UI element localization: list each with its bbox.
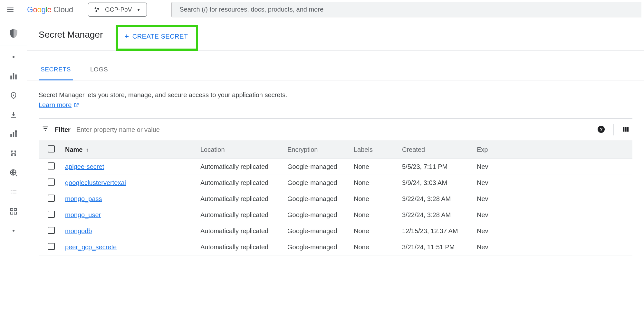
cell-expiration: Nev [474, 159, 632, 175]
top-bar: Google Cloud GCP-PoV ▼ [0, 0, 644, 19]
rail-separator [0, 45, 27, 45]
svg-rect-28 [623, 127, 625, 132]
hamburger-menu-icon[interactable] [3, 2, 18, 17]
search-input[interactable] [179, 6, 634, 13]
cell-created: 3/21/24, 11:51 PM [399, 239, 474, 255]
help-icon[interactable]: ? [597, 125, 605, 134]
row-checkbox[interactable] [48, 227, 55, 234]
col-location[interactable]: Location [197, 141, 284, 159]
svg-rect-20 [11, 194, 12, 194]
cell-labels: None [351, 239, 399, 255]
svg-rect-13 [11, 154, 13, 156]
cell-encryption: Google-managed [284, 223, 351, 239]
col-name[interactable]: Name↑ [62, 141, 197, 159]
col-labels[interactable]: Labels [351, 141, 399, 159]
svg-point-10 [15, 130, 17, 133]
cell-encryption: Google-managed [284, 159, 351, 175]
external-link-icon [73, 102, 79, 108]
rail-bars-icon[interactable] [0, 67, 27, 86]
svg-rect-7 [10, 134, 12, 137]
svg-rect-11 [11, 151, 13, 152]
svg-rect-21 [13, 194, 16, 194]
cell-location: Automatically replicated [197, 159, 284, 175]
cell-encryption: Google-managed [284, 239, 351, 255]
intro-text: Secret Manager lets you store, manage, a… [39, 91, 287, 98]
rail-item-dot[interactable] [0, 47, 27, 67]
rail-globe-search-icon[interactable] [0, 163, 27, 182]
row-checkbox[interactable] [48, 179, 55, 186]
col-select-all [39, 141, 62, 159]
caret-down-icon: ▼ [136, 7, 141, 12]
rail-list-icon[interactable] [0, 182, 27, 202]
row-checkbox[interactable] [48, 243, 55, 250]
row-checkbox[interactable] [48, 195, 55, 202]
rail-download-icon[interactable] [0, 105, 27, 124]
filter-actions: ? [597, 124, 629, 135]
page-header: Secret Manager + CREATE SECRET [27, 19, 644, 50]
secret-name-link[interactable]: apigee-secret [65, 163, 104, 170]
learn-more-label: Learn more [39, 100, 72, 110]
col-created[interactable]: Created [399, 141, 474, 159]
cell-labels: None [351, 207, 399, 223]
filter-row: Filter ? [39, 119, 632, 141]
svg-rect-18 [11, 192, 12, 192]
cell-created: 5/5/23, 7:11 PM [399, 159, 474, 175]
rail-shield-outline-icon[interactable] [0, 86, 27, 105]
table-header-row: Name↑ Location Encryption Labels Created… [39, 141, 632, 159]
learn-more-link[interactable]: Learn more [39, 100, 79, 110]
project-picker[interactable]: GCP-PoV ▼ [88, 3, 147, 17]
rail-tree-icon[interactable] [0, 144, 27, 163]
col-encryption[interactable]: Encryption [284, 141, 351, 159]
filter-icon[interactable] [42, 125, 49, 134]
svg-rect-22 [11, 208, 13, 211]
cell-labels: None [351, 159, 399, 175]
cell-encryption: Google-managed [284, 175, 351, 191]
secret-name-link[interactable]: peer_gcp_secrete [65, 243, 117, 251]
google-cloud-logo[interactable]: Google Cloud [27, 5, 73, 14]
table-row: mongo_userAutomatically replicatedGoogle… [39, 207, 632, 223]
secret-name-link[interactable]: mongo_pass [65, 195, 102, 202]
search-box[interactable] [171, 2, 641, 17]
cell-labels: None [351, 223, 399, 239]
main: Secret Manager + CREATE SECRET SECRETS L… [27, 19, 644, 312]
row-checkbox[interactable] [48, 211, 55, 218]
tab-secrets[interactable]: SECRETS [39, 60, 73, 80]
svg-rect-17 [13, 190, 16, 190]
cell-expiration: Nev [474, 175, 632, 191]
cell-created: 3/9/24, 3:03 AM [399, 175, 474, 191]
page-title: Secret Manager [39, 30, 103, 40]
rail-security-icon[interactable] [0, 24, 27, 43]
svg-point-1 [97, 8, 99, 10]
row-checkbox[interactable] [48, 162, 55, 170]
svg-text:?: ? [600, 126, 602, 132]
cell-location: Automatically replicated [197, 207, 284, 223]
svg-point-2 [95, 10, 97, 12]
tab-logs[interactable]: LOGS [88, 60, 110, 80]
plus-icon: + [124, 32, 129, 41]
cell-location: Automatically replicated [197, 191, 284, 207]
svg-rect-16 [11, 190, 12, 190]
svg-rect-14 [14, 154, 16, 156]
columns-icon[interactable] [622, 126, 629, 134]
cell-expiration: Nev [474, 239, 632, 255]
svg-rect-30 [627, 127, 629, 132]
filter-input[interactable] [76, 126, 591, 133]
secret-name-link[interactable]: googleclustervertexai [65, 179, 126, 186]
create-secret-button[interactable]: + CREATE SECRET [124, 32, 188, 41]
svg-rect-4 [13, 73, 14, 79]
filter-label: Filter [55, 126, 71, 133]
rail-chart-icon[interactable] [0, 124, 27, 144]
cell-expiration: Nev [474, 223, 632, 239]
secret-name-link[interactable]: mongo_user [65, 211, 101, 218]
select-all-checkbox[interactable] [48, 145, 55, 152]
secret-name-link[interactable]: mongodb [65, 227, 92, 234]
rail-apps-icon[interactable] [0, 202, 27, 221]
svg-rect-29 [625, 127, 627, 132]
svg-rect-8 [13, 132, 14, 137]
col-expiration[interactable]: Exp [474, 141, 632, 159]
table-row: mongodbAutomatically replicatedGoogle-ma… [39, 223, 632, 239]
sort-asc-icon: ↑ [86, 147, 89, 153]
svg-point-0 [95, 7, 97, 9]
secrets-table: Name↑ Location Encryption Labels Created… [39, 141, 632, 255]
rail-item-dot-bottom[interactable] [0, 221, 27, 240]
